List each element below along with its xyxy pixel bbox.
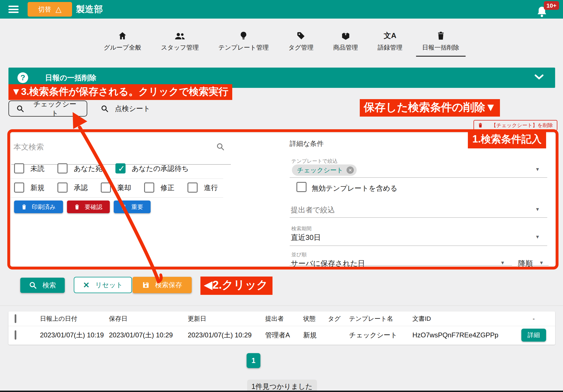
checkbox-include-disabled-templates[interactable] (296, 182, 307, 192)
save-icon (142, 281, 149, 289)
sort-direction-select[interactable]: 降順 (518, 259, 533, 268)
saved-search-label: 点検シート (115, 104, 150, 113)
annotation-delete-saved: 保存した検索条件の削除▼ (360, 99, 500, 117)
tab-product-management[interactable]: 商品管理 (327, 30, 364, 56)
delete-saved-search-button[interactable]: 【チェックシート】を削除 (473, 120, 557, 131)
search-icon (216, 142, 225, 151)
table-header-row: 日報上の日付 保存日 更新日 提出者 状態 タグ テンプレート名 文書ID - (8, 311, 555, 326)
tab-template-management[interactable]: テンプレート管理 (212, 30, 275, 56)
result-count-toast: 1件見つかりました (247, 380, 317, 392)
checkbox-addressed-to-you[interactable] (57, 163, 68, 173)
lightbulb-icon (239, 30, 248, 41)
cell-report-date: 2023/01/07(土) 10:19 (40, 331, 109, 340)
chip-remove-icon[interactable]: ✕ (347, 166, 354, 174)
search-form-card: 未読 あなた宛 あなたの承認待ち 新規 承認 棄却 修正 進行 印刷済み (10, 133, 555, 266)
saved-search-label: チェックシート (30, 99, 79, 118)
help-icon[interactable]: ? (17, 72, 28, 83)
search-icon (101, 105, 109, 113)
cell-template: チェックシート (349, 331, 412, 340)
sort-field-select[interactable]: サーバに保存された日 (291, 259, 365, 268)
select-all-checkbox[interactable] (15, 314, 16, 323)
cell-doc-id: HzO7wsPQnF7REe4ZGPPp (412, 331, 512, 339)
sort-dropdown-caret-icon[interactable]: ▼ (500, 260, 505, 266)
people-icon (174, 30, 186, 41)
triangle-up-icon: △ (56, 6, 62, 13)
status-checkbox-row-2: 新規 承認 棄却 修正 進行 (14, 182, 225, 193)
status-checkbox-row-1: 未読 あなた宛 あなたの承認待ち (14, 163, 196, 173)
tag-icon (296, 30, 306, 41)
menu-icon[interactable] (8, 6, 19, 13)
checkbox-in-progress[interactable] (187, 182, 198, 193)
saved-search-checksheet-button[interactable]: チェックシート (8, 101, 87, 117)
trash-icon (121, 204, 126, 210)
checkbox-awaiting-your-approval[interactable] (115, 163, 126, 173)
period-dropdown-caret-icon[interactable]: ▼ (535, 234, 540, 240)
annotation-step2: ◀2.クリック (200, 277, 272, 295)
fulltext-search-input[interactable] (14, 139, 225, 155)
app-root: 切替 △ 製造部 10+ グループ全般 スタッフ管理 テンプレート管理 タグ管理… (0, 0, 563, 392)
checkbox-new[interactable] (14, 182, 24, 193)
checkbox-rejected[interactable] (101, 182, 111, 193)
delete-saved-search-label: 【チェックシート】を削除 (491, 122, 553, 129)
switch-group-button[interactable]: 切替 △ (28, 2, 72, 17)
cell-saved-date: 2023/01/07(土) 10:29 (109, 331, 188, 340)
tag-filter-row: 印刷済み 要確認 重要 (14, 201, 151, 213)
main-nav: グループ全般 スタッフ管理 テンプレート管理 タグ管理 商品管理 文A 語録管理… (0, 19, 563, 61)
section-title: 日報の一括削除 (45, 73, 97, 83)
fulltext-search-field (14, 139, 225, 160)
checkbox-revised[interactable] (144, 182, 154, 193)
tab-group-general[interactable]: グループ全般 (97, 30, 148, 56)
include-disabled-label: 無効テンプレートを含める (312, 184, 397, 193)
sort-order-label: 並び順 (291, 251, 307, 258)
tab-glossary-management[interactable]: 文A 語録管理 (372, 30, 409, 56)
detail-conditions-panel: 詳細な条件 テンプレートで絞込 チェックシート ✕ ▼ 無効テンプレートを含める… (290, 133, 551, 266)
cell-updated-date: 2023/01/07(土) 10:29 (188, 331, 265, 340)
chevron-down-icon[interactable] (534, 74, 544, 80)
search-period-label: 検索期間 (291, 225, 312, 232)
package-icon (341, 30, 350, 41)
row-detail-button[interactable]: 詳細 (521, 329, 546, 342)
search-button[interactable]: 検索 (20, 278, 65, 293)
switch-label: 切替 (38, 5, 51, 14)
tab-staff-management[interactable]: スタッフ管理 (155, 30, 205, 56)
tag-important-button[interactable]: 重要 (114, 201, 151, 213)
checkbox-unread[interactable] (14, 163, 24, 173)
template-filter-label: テンプレートで絞込 (291, 158, 338, 164)
reset-button[interactable]: ✕ リセット (74, 277, 132, 293)
saved-search-inspectionsheet-button[interactable]: 点検シート (93, 101, 158, 117)
tag-printed-button[interactable]: 印刷済み (14, 201, 63, 213)
translate-icon: 文A (384, 30, 396, 41)
trash-icon (437, 30, 445, 41)
annotation-step3: ▼3.検索条件が保存される。クリックで検索実行 (8, 84, 232, 100)
results-table: 日報上の日付 保存日 更新日 提出者 状態 タグ テンプレート名 文書ID - … (8, 311, 555, 345)
direction-dropdown-caret-icon[interactable]: ▼ (539, 260, 544, 266)
notification-badge: 10+ (544, 1, 559, 10)
page-title: 製造部 (76, 3, 103, 15)
template-chip[interactable]: チェックシート ✕ (292, 164, 357, 176)
tab-tag-management[interactable]: タグ管理 (282, 30, 320, 56)
pagination-page-1[interactable]: 1 (247, 353, 260, 368)
table-row[interactable]: 2023/01/07(土) 10:19 2023/01/07(土) 10:29 … (8, 326, 555, 344)
annotation-step1: 1.検索条件記入 (468, 131, 546, 148)
top-bar: 切替 △ 製造部 10+ (0, 0, 563, 19)
trash-icon (478, 122, 483, 128)
home-icon (118, 30, 127, 41)
template-dropdown-caret-icon[interactable]: ▼ (535, 167, 540, 172)
detail-conditions-heading: 詳細な条件 (290, 139, 324, 148)
row-checkbox[interactable] (15, 330, 16, 340)
submitter-dropdown-caret-icon[interactable]: ▼ (535, 207, 540, 212)
save-search-button[interactable]: 検索保存 (133, 277, 192, 293)
template-chip-label: チェックシート (297, 166, 343, 175)
trash-icon (74, 204, 80, 210)
search-icon (16, 105, 24, 113)
close-icon: ✕ (83, 280, 90, 290)
checkbox-approved[interactable] (57, 182, 68, 193)
search-icon (29, 281, 37, 289)
trash-icon (21, 204, 27, 210)
search-period-select[interactable]: 直近30日 (291, 233, 321, 242)
cell-submitter: 管理者A (265, 331, 303, 340)
submitter-filter-select[interactable]: 提出者で絞込 (291, 205, 335, 215)
tag-needs-check-button[interactable]: 要確認 (67, 201, 110, 213)
tab-bulk-delete-reports[interactable]: 日報一括削除 (416, 30, 466, 57)
bottom-edge (0, 391, 563, 392)
